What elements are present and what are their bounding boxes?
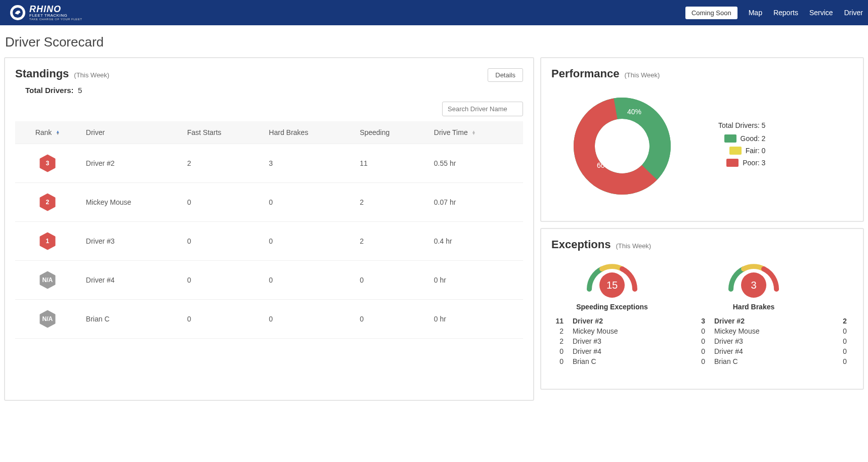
exception-row: 2 <box>835 316 853 326</box>
legend-label: Fair: 0 <box>746 147 766 155</box>
logo[interactable]: RHINO FLEET TRACKING TAKE CHARGE OF YOUR… <box>10 5 82 21</box>
exception-row: 0 <box>835 346 853 356</box>
speeding: 2 <box>354 222 428 261</box>
col-speeding[interactable]: Speeding <box>354 121 428 144</box>
col-fast-starts[interactable]: Fast Starts <box>181 121 263 144</box>
speeding: 2 <box>354 183 428 222</box>
table-row[interactable]: N/A Driver #4 0 0 0 0 hr <box>15 261 523 300</box>
page-title: Driver Scorecard <box>0 25 868 57</box>
details-button[interactable]: Details <box>488 68 523 82</box>
legend-label: Good: 2 <box>741 134 766 143</box>
exception-driver: Driver #3 <box>573 337 601 345</box>
slice-label-good: 40% <box>627 108 641 116</box>
exception-column: 15 Speeding Exceptions 11Driver #22Micke… <box>551 256 673 366</box>
exception-column: 3 Hard Brakes 3Driver #20Mickey Mouse0Dr… <box>693 256 814 366</box>
rank-badge: 2 <box>39 193 56 211</box>
exception-row: 0 <box>835 356 853 366</box>
exception-list: 3Driver #20Mickey Mouse0Driver #30Driver… <box>693 316 814 366</box>
performance-legend: Total Drivers: 5 Good: 2Fair: 0Poor: 3 <box>718 121 765 171</box>
exception-count: 2 <box>551 337 563 345</box>
exception-column: Fa 20000 <box>835 256 853 366</box>
search-input[interactable] <box>442 102 523 116</box>
legend-item: Poor: 3 <box>718 159 765 167</box>
speeding: 11 <box>354 144 428 183</box>
sort-icon: ▲▼ <box>56 131 60 135</box>
rank-badge: N/A <box>39 310 56 328</box>
legend-swatch <box>729 147 742 155</box>
driver-name: Driver #4 <box>80 261 181 300</box>
rank-badge: 1 <box>39 232 56 250</box>
logo-tagline-2: TAKE CHARGE OF YOUR FLEET <box>29 18 82 21</box>
gauge: 3 <box>723 256 784 297</box>
total-drivers: Total Drivers: 5 <box>25 86 523 95</box>
legend-swatch <box>724 134 736 143</box>
exception-row: 2Driver #3 <box>551 336 673 346</box>
coming-soon-button[interactable]: Coming Soon <box>685 7 737 19</box>
exception-driver: Mickey Mouse <box>573 327 618 335</box>
fast-starts: 0 <box>181 300 263 339</box>
driver-name: Mickey Mouse <box>80 183 181 222</box>
drive-time: 0 hr <box>428 261 523 300</box>
exception-count: 11 <box>551 317 563 325</box>
nav-map[interactable]: Map <box>749 9 762 17</box>
exception-count: 0 <box>835 327 847 335</box>
rhino-logo-icon <box>10 5 25 20</box>
exception-driver: Mickey Mouse <box>714 327 759 335</box>
exception-count: 0 <box>835 347 847 355</box>
exception-count: 2 <box>835 317 847 325</box>
driver-name: Driver #2 <box>80 144 181 183</box>
exceptions-panel: Exceptions (This Week) 15 Speeding Excep… <box>540 228 864 390</box>
standings-period: (This Week) <box>74 71 109 79</box>
table-row[interactable]: 3 Driver #2 2 3 11 0.55 hr <box>15 144 523 183</box>
exception-count: 0 <box>551 357 563 365</box>
drive-time: 0.4 hr <box>428 222 523 261</box>
logo-text: RHINO FLEET TRACKING TAKE CHARGE OF YOUR… <box>29 5 82 21</box>
standings-table: Rank ▲▼ Driver Fast Starts Hard Brakes S… <box>15 121 523 339</box>
exception-driver: Driver #3 <box>714 337 743 345</box>
exception-list: 20000 <box>835 316 853 366</box>
nav-reports[interactable]: Reports <box>773 9 798 17</box>
col-rank[interactable]: Rank ▲▼ <box>15 121 80 144</box>
hard-brakes: 0 <box>263 183 354 222</box>
drive-time: 0 hr <box>428 300 523 339</box>
col-hard-brakes[interactable]: Hard Brakes <box>263 121 354 144</box>
exceptions-period: (This Week) <box>616 242 651 250</box>
table-row[interactable]: 1 Driver #3 0 0 2 0.4 hr <box>15 222 523 261</box>
legend-item: Good: 2 <box>718 134 765 143</box>
exception-title: Hard Brakes <box>733 303 775 311</box>
exceptions-title: Exceptions <box>551 238 611 251</box>
exception-driver: Driver #2 <box>714 317 745 325</box>
fast-starts: 0 <box>181 261 263 300</box>
legend-swatch <box>726 159 739 167</box>
sort-icon: ▲▼ <box>472 131 476 135</box>
legend-total: Total Drivers: 5 <box>718 121 765 129</box>
nav-service[interactable]: Service <box>809 9 833 17</box>
total-drivers-value: 5 <box>78 86 82 95</box>
driver-name: Brian C <box>80 300 181 339</box>
exception-row: 0Mickey Mouse <box>693 326 814 336</box>
fast-starts: 0 <box>181 183 263 222</box>
table-row[interactable]: N/A Brian C 0 0 0 0 hr <box>15 300 523 339</box>
performance-title: Performance <box>551 67 620 80</box>
exception-row: 0Brian C <box>693 356 814 366</box>
performance-donut: 40% 60% <box>551 85 693 207</box>
exception-count: 0 <box>693 337 705 345</box>
exception-count: 0 <box>835 357 847 365</box>
exception-driver: Driver #4 <box>714 347 743 355</box>
legend-label: Poor: 3 <box>743 159 765 167</box>
nav-driver[interactable]: Driver <box>844 9 863 17</box>
hard-brakes: 3 <box>263 144 354 183</box>
driver-name: Driver #3 <box>80 222 181 261</box>
col-drive-time[interactable]: Drive Time ▲▼ <box>428 121 523 144</box>
exception-count: 3 <box>693 317 705 325</box>
col-driver[interactable]: Driver <box>80 121 181 144</box>
table-row[interactable]: 2 Mickey Mouse 0 0 2 0.07 hr <box>15 183 523 222</box>
exception-count: 0 <box>693 347 705 355</box>
exception-row: 2Mickey Mouse <box>551 326 673 336</box>
exception-row: 0Driver #3 <box>693 336 814 346</box>
exception-driver: Brian C <box>714 357 738 365</box>
exception-title: Speeding Exceptions <box>576 303 648 311</box>
exception-row: 3Driver #2 <box>693 316 814 326</box>
rank-badge: 3 <box>39 154 56 172</box>
exception-row: 0Driver #4 <box>693 346 814 356</box>
